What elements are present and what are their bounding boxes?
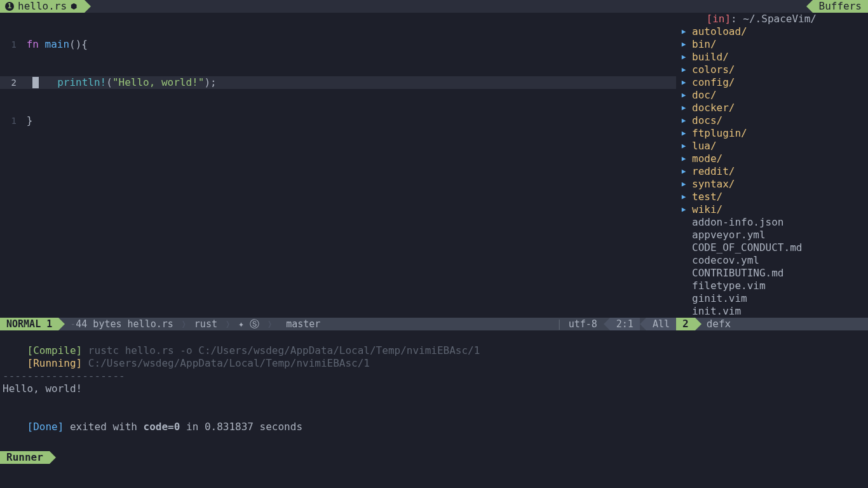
paren-close-semi: );	[204, 76, 216, 89]
tree-dir-item[interactable]: ▶test/	[677, 191, 868, 203]
tree-dir-name: wiki/	[692, 203, 722, 216]
separator-icon: ❭	[224, 318, 232, 330]
punct: (){	[69, 38, 88, 51]
tree-file-item[interactable]: init.vim	[677, 305, 868, 318]
tree-dir-item[interactable]: ▶wiki/	[677, 203, 868, 216]
folder-collapsed-icon: ▶	[679, 165, 688, 178]
tree-file-name: CONTRIBUTING.md	[679, 267, 784, 280]
gutter-line-3: 1	[0, 114, 20, 127]
done-text-post: in 0.831837 seconds	[180, 421, 302, 433]
defx-window-number: 2	[676, 318, 695, 330]
status-scroll-percent: All	[646, 318, 676, 330]
fn-name-main: main	[39, 38, 69, 51]
folder-collapsed-icon: ▶	[679, 203, 688, 216]
tree-dir-name: bin/	[692, 38, 717, 51]
folder-collapsed-icon: ▶	[679, 51, 688, 64]
folder-collapsed-icon: ▶	[679, 89, 688, 102]
tree-dir-item[interactable]: ▶reddit/	[677, 165, 868, 178]
tree-dir-name: config/	[692, 76, 735, 89]
tree-file-name: CODE_OF_CONDUCT.md	[679, 241, 802, 254]
runner-tab[interactable]: Runner	[0, 451, 50, 464]
status-os-icon	[544, 318, 557, 330]
tree-file-item[interactable]: CONTRIBUTING.md	[677, 267, 868, 280]
folder-collapsed-icon: ▶	[679, 102, 688, 114]
running-tag: [Running]	[27, 357, 83, 369]
tree-dir-item[interactable]: ▶docker/	[677, 102, 868, 114]
tree-dir-item[interactable]: ▶mode/	[677, 152, 868, 165]
tree-file-item[interactable]: ginit.vim	[677, 292, 868, 305]
gutter-line-2: 2	[0, 76, 20, 89]
tree-dir-name: autoload/	[692, 25, 747, 38]
tree-dir-name: lua/	[692, 140, 717, 152]
paren-open: (	[106, 76, 112, 89]
tree-file-name: filetype.vim	[679, 280, 766, 292]
folder-collapsed-icon: ▶	[679, 191, 688, 203]
buffers-label[interactable]: Buffers	[813, 0, 868, 13]
tree-file-name: ginit.vim	[679, 292, 747, 305]
tree-dir-item[interactable]: ▶bin/	[677, 38, 868, 51]
status-cursor-pos: 2:1	[610, 318, 640, 330]
folder-collapsed-icon: ▶	[679, 76, 688, 89]
tree-dir-name: build/	[692, 51, 729, 64]
tree-dir-name: reddit/	[692, 165, 735, 178]
separator-icon: ❭	[180, 318, 188, 330]
code-editor[interactable]: 1 fn main (){ 2 println! ( "Hello, world…	[0, 13, 676, 318]
tree-dir-item[interactable]: ▶lua/	[677, 140, 868, 152]
tab-hello-rs[interactable]: 1 hello.rs ⬢	[0, 0, 85, 13]
status-branch: master	[274, 318, 327, 330]
tree-file-item[interactable]: addon-info.json	[677, 216, 868, 229]
gutter-line-1: 1	[0, 38, 20, 51]
tree-dir-name: docs/	[692, 114, 722, 127]
exit-code: code=0	[144, 421, 180, 433]
done-tag: [Done]	[27, 421, 64, 433]
string-hello: "Hello, world!"	[112, 76, 205, 89]
tree-dir-item[interactable]: ▶colors/	[677, 64, 868, 76]
folder-collapsed-icon: ▶	[679, 64, 688, 76]
folder-collapsed-icon: ▶	[679, 140, 688, 152]
tree-dir-name: mode/	[692, 152, 722, 165]
tree-dir-name: docker/	[692, 102, 735, 114]
statusline-editor: NORMAL 1 - 44 bytes hello.rs ❭ rust ❭ ✦ …	[0, 318, 676, 330]
mode-indicator: NORMAL 1	[0, 318, 58, 330]
folder-collapsed-icon: ▶	[679, 25, 688, 38]
program-output: Hello, world!	[3, 383, 865, 395]
keyword-fn: fn	[27, 38, 39, 51]
tree-dir-item[interactable]: ▶docs/	[677, 114, 868, 127]
tree-file-name: codecov.yml	[679, 254, 759, 267]
tree-dir-item[interactable]: ▶autoload/	[677, 25, 868, 38]
tree-file-item[interactable]: CODE_OF_CONDUCT.md	[677, 241, 868, 254]
tree-dir-item[interactable]: ▶build/	[677, 51, 868, 64]
tree-dir-item[interactable]: ▶doc/	[677, 89, 868, 102]
tab-filename: hello.rs	[18, 0, 67, 13]
command-line[interactable]	[0, 465, 868, 488]
folder-collapsed-icon: ▶	[679, 114, 688, 127]
status-filetype: rust	[188, 318, 224, 330]
running-command: C:/Users/wsdeg/AppData/Local/Temp/nvimiE…	[82, 357, 370, 369]
status-encoding: utf-8	[562, 318, 604, 330]
tree-dir-item[interactable]: ▶syntax/	[677, 178, 868, 191]
tree-dir-item[interactable]: ▶config/	[677, 76, 868, 89]
runner-output[interactable]: [Compile] rustc hello.rs -o C:/Users/wsd…	[0, 330, 868, 488]
tree-file-name: appveyor.yml	[679, 229, 766, 241]
status-file-info: - 44 bytes hello.rs	[58, 318, 180, 330]
tree-file-item[interactable]: appveyor.yml	[677, 229, 868, 241]
status-checker-icon: ✦ Ⓢ	[232, 318, 266, 330]
tree-dir-name: syntax/	[692, 178, 735, 191]
macro-println: println!	[57, 76, 106, 89]
statusline-defx: 2 defx	[676, 318, 868, 330]
modified-icon: ⬢	[71, 0, 77, 13]
runner-separator: --------------------	[3, 370, 865, 383]
tree-dir-name: colors/	[692, 64, 735, 76]
folder-collapsed-icon: ▶	[679, 127, 688, 140]
folder-collapsed-icon: ▶	[679, 178, 688, 191]
tree-in-label: [in]	[707, 13, 731, 25]
folder-collapsed-icon: ▶	[679, 38, 688, 51]
tree-dir-name: ftplugin/	[692, 127, 747, 140]
done-text-pre: exited with	[64, 421, 143, 433]
tree-file-item[interactable]: filetype.vim	[677, 280, 868, 292]
tree-file-name: addon-info.json	[679, 216, 784, 229]
tree-file-item[interactable]: codecov.yml	[677, 254, 868, 267]
compile-command: rustc hello.rs -o C:/Users/wsdeg/AppData…	[82, 344, 480, 356]
tree-dir-name: test/	[692, 191, 722, 203]
tree-dir-item[interactable]: ▶ftplugin/	[677, 127, 868, 140]
